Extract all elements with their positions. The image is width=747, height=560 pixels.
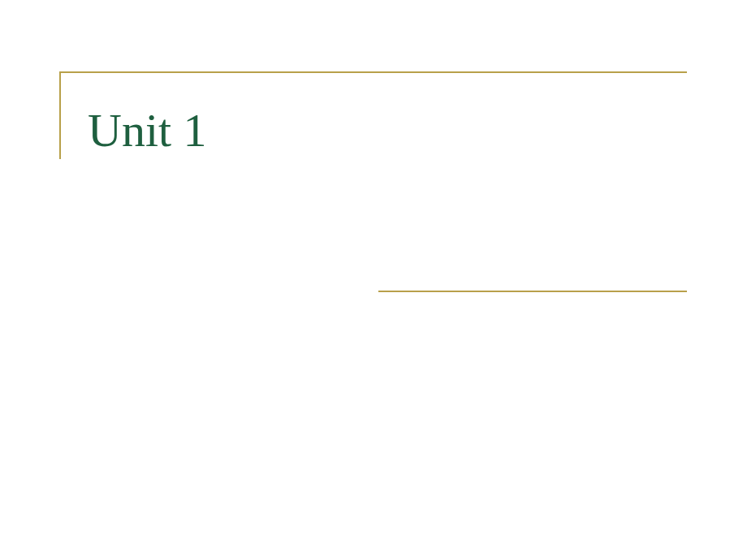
slide-container: Unit 1 xyxy=(0,0,747,560)
decorative-line-bottom-right xyxy=(378,291,687,292)
slide-title: Unit 1 xyxy=(88,103,207,157)
